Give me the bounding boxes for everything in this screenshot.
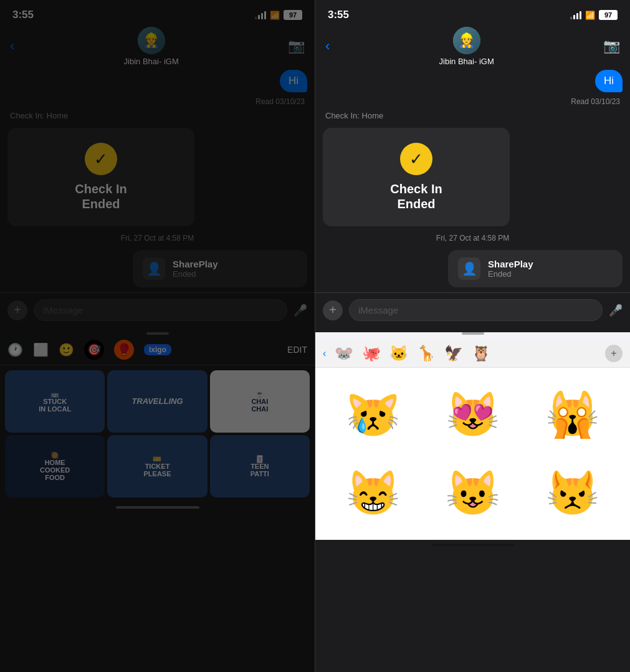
signal-bar-r1 — [570, 17, 572, 19]
sticker-travelling[interactable]: Travelling — [107, 370, 207, 433]
battery-left: 97 — [284, 10, 302, 20]
imessage-input-right[interactable]: iMessage — [349, 299, 603, 321]
wifi-icon-right: 📶 — [585, 11, 595, 20]
emoji-mouse-hearts[interactable]: 😻 — [427, 380, 517, 449]
cat-bird[interactable]: 🦅 — [444, 345, 463, 362]
sticker-chai[interactable]: ☕CHAICHAI — [210, 370, 310, 433]
emoji-3: 🙀 — [545, 389, 599, 440]
checkin-title-right: Check In Ended — [390, 181, 442, 211]
shareplay-subtitle-left: Ended — [173, 269, 218, 279]
add-attachment-left[interactable]: + — [7, 300, 27, 320]
imessage-bar-left: + iMessage 🎤 — [0, 292, 315, 327]
sticker-grid-left: 🚌STUCKIN LOCAL Travelling ☕CHAICHAI 🥘HOM… — [0, 365, 315, 502]
home-indicator-left — [116, 506, 199, 509]
emoji-4: 😸 — [346, 468, 400, 519]
emoji-mouse-chef[interactable]: 🙀 — [528, 380, 618, 449]
sticker-stuck-in-local[interactable]: 🚌STUCKIN LOCAL — [5, 370, 105, 433]
tab-circle-left[interactable]: 🎯 — [84, 340, 104, 360]
avatar-img-right: 👷 — [453, 27, 480, 54]
signal-bars-right — [570, 11, 581, 19]
checkin-icon-circle-left: ✓ — [85, 143, 117, 175]
shareplay-text-right: SharePlay Ended — [488, 259, 533, 279]
chat-area-right: Hi Read 03/10/23 Check In: Home ✓ Check … — [315, 65, 630, 292]
cat-cat-1[interactable]: 🐱 — [389, 345, 408, 362]
cat-mouse-1[interactable]: 🐭 — [335, 345, 353, 362]
emoji-grid-container: 😿 😻 🙀 😸 😺 😾 — [315, 368, 630, 540]
mic-button-left[interactable]: 🎤 — [294, 304, 307, 317]
video-button-left[interactable]: 📷 — [288, 38, 305, 54]
signal-bar-r4 — [580, 11, 581, 19]
status-icons-left: 📶 97 — [255, 10, 302, 20]
shareplay-card-right[interactable]: 👤 SharePlay Ended — [448, 250, 623, 287]
sticker-ticket-text: 🎫TICKETPLEASE — [141, 453, 173, 480]
signal-bar-2 — [258, 15, 260, 19]
tab-sticker-left[interactable]: 🥊 — [114, 340, 134, 360]
sticker-home-cooked[interactable]: 🥘HOMECOOKEDFOOD — [5, 435, 105, 497]
right-panel: 3:55 📶 97 ‹ 👷 Jibin Bhai- iGM 📷 Hi — [315, 0, 630, 672]
back-button-left[interactable]: ‹ — [10, 38, 14, 54]
contact-name-right[interactable]: Jibin Bhai- iGM — [439, 57, 494, 66]
status-icons-right: 📶 97 — [570, 10, 618, 20]
cat-owl[interactable]: 🦉 — [472, 345, 490, 362]
shareplay-title-right: SharePlay — [488, 259, 533, 269]
signal-bars-left — [255, 11, 266, 19]
avatar-left[interactable]: 👷 — [138, 27, 165, 54]
tab-emoji-left[interactable]: 🙂 — [59, 342, 74, 357]
checkin-check-right: ✓ — [409, 150, 423, 169]
cat-add-btn[interactable]: + — [605, 345, 623, 362]
video-button-right[interactable]: 📷 — [603, 38, 620, 54]
shareplay-subtitle-right: Ended — [488, 269, 533, 279]
sticker-teen-patti[interactable]: 🃏TEENPATTI — [210, 435, 310, 497]
shareplay-icon-left: 👤 — [143, 257, 165, 280]
sticker-ticket[interactable]: 🎫TICKETPLEASE — [107, 435, 207, 497]
emoji-mouse-sad[interactable]: 😾 — [528, 459, 618, 527]
home-indicator-right — [431, 544, 515, 546]
emoji-mouse-cry[interactable]: 😿 — [328, 380, 418, 449]
tab-ixigo-left[interactable]: ixigo — [144, 344, 171, 355]
left-panel: 3:55 📶 97 ‹ 👷 Jibin Bhai- iGM 📷 Hi — [0, 0, 315, 672]
signal-bar-3 — [261, 13, 263, 19]
sticker-travel-text: Travelling — [129, 395, 185, 408]
cat-mouse-2[interactable]: 🐙 — [362, 345, 381, 362]
shareplay-text-left: SharePlay Ended — [173, 259, 218, 279]
chat-area-left: Hi Read 03/10/23 Check In: Home ✓ Check … — [0, 65, 315, 292]
back-button-right[interactable]: ‹ — [325, 38, 330, 54]
edit-button-left[interactable]: EDIT — [287, 345, 307, 355]
shareplay-card-left[interactable]: 👤 SharePlay Ended — [133, 250, 307, 287]
imessage-input-left[interactable]: iMessage — [34, 299, 287, 321]
contact-name-left[interactable]: Jibin Bhai- iGM — [124, 57, 179, 66]
status-bar-left: 3:55 📶 97 — [0, 0, 315, 27]
sticker-cat-row-right: ‹ 🐭 🐙 🐱 🦒 🦅 🦉 + — [315, 340, 630, 368]
checkin-check-left: ✓ — [94, 150, 108, 169]
cat-back-btn[interactable]: ‹ — [323, 348, 326, 359]
avatar-img-left: 👷 — [138, 27, 165, 54]
emoji-drawer-right: ‹ 🐭 🐙 🐱 🦒 🦅 🦉 + 😿 😻 🙀 — [315, 332, 630, 540]
cat-giraffe[interactable]: 🦒 — [417, 345, 436, 362]
emoji-5: 😺 — [446, 468, 500, 519]
checkin-card-left[interactable]: ✓ Check In Ended — [7, 128, 194, 226]
drawer-handle-left — [146, 332, 169, 335]
avatar-right[interactable]: 👷 — [453, 27, 480, 54]
mic-button-right[interactable]: 🎤 — [609, 304, 623, 317]
read-timestamp-left: Read 03/10/23 — [7, 97, 305, 106]
wifi-icon-left: 📶 — [270, 11, 280, 20]
drawer-handle-right — [462, 332, 484, 335]
status-time-left: 3:55 — [12, 9, 34, 21]
checkin-card-right[interactable]: ✓ Check In Ended — [323, 128, 510, 226]
checkin-label-right: Check In: Home — [325, 111, 623, 120]
read-timestamp-right: Read 03/10/23 — [323, 97, 620, 106]
signal-bar-r3 — [576, 13, 578, 19]
emoji-mouse-star[interactable]: 😺 — [427, 459, 517, 527]
signal-bar-1 — [255, 17, 257, 19]
emoji-1: 😿 — [346, 389, 400, 440]
sticker-chai-text: ☕CHAICHAI — [249, 388, 270, 415]
emoji-grid-right: 😿 😻 🙀 😸 😺 😾 — [315, 368, 630, 540]
tab-shape-left[interactable]: ⬜ — [33, 342, 49, 357]
tab-recent-left[interactable]: 🕐 — [7, 342, 23, 357]
status-bar-right: 3:55 📶 97 — [315, 0, 630, 27]
emoji-mouse-sleepy[interactable]: 😸 — [328, 459, 418, 527]
imessage-bar-right: + iMessage 🎤 — [315, 292, 630, 327]
shareplay-title-left: SharePlay — [173, 259, 218, 269]
nav-bar-left: ‹ 👷 Jibin Bhai- iGM 📷 — [0, 27, 315, 65]
add-attachment-right[interactable]: + — [323, 300, 343, 320]
